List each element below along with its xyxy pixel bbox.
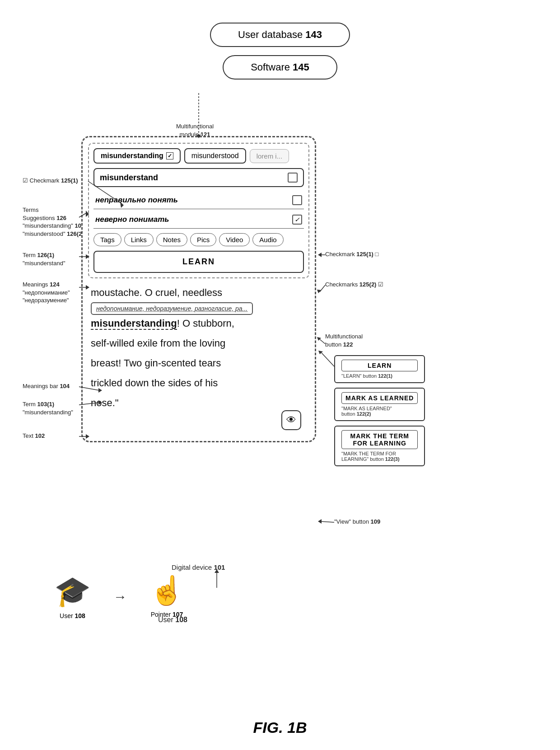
multifunctional-button-label: Multifunctionalbutton 122: [325, 333, 363, 348]
tags-row: Tags Links Notes Pics Video Audio: [93, 233, 304, 246]
body-text-line4: breast! Two gin-scented tears: [91, 353, 307, 373]
learn-right-box: LEARN "LEARN" button 122(1): [334, 355, 425, 383]
video-button[interactable]: Video: [219, 233, 250, 246]
body-text-line5: trickled down the sides of his: [91, 373, 307, 393]
text-102-label: Text 102: [23, 432, 45, 440]
pointer-figure: ☝ Pointer 107: [149, 577, 184, 618]
meanings-bar-row: недопонимание, недоразумение, разногласи…: [91, 305, 307, 313]
mark-term-box: MARK THE TERMFOR LEARNING "MARK THE TERM…: [334, 426, 425, 466]
mark-term-desc: "MARK THE TERM FORLEARNING" button 122(3…: [341, 451, 418, 462]
user-icon: 🎓: [54, 577, 91, 606]
svg-marker-25: [318, 519, 322, 524]
highlighted-term: misunderstanding: [91, 318, 177, 330]
chip-misunderstanding[interactable]: misunderstanding ✓: [93, 148, 181, 164]
module-inner: misunderstanding ✓ misunderstood lorem i…: [88, 143, 309, 278]
chip-text: misunderstanding: [101, 152, 163, 160]
meaning-row-1: неправильно понять: [93, 192, 304, 209]
learn-button[interactable]: LEARN: [93, 251, 304, 273]
view-button[interactable]: 👁: [281, 410, 301, 430]
term-checkbox[interactable]: [288, 173, 298, 183]
svg-marker-15: [317, 337, 321, 341]
chip-misunderstood[interactable]: misunderstood: [184, 148, 246, 164]
user-label: User 108: [60, 612, 85, 619]
body-text-line1: moustache. O cruel, needless: [91, 283, 307, 303]
text-content-area: moustache. O cruel, needless недопониман…: [88, 278, 309, 436]
meanings-bar: недопонимание, недоразумение, разногласи…: [91, 302, 253, 315]
svg-marker-17: [318, 351, 323, 354]
right-arrow: →: [113, 589, 127, 605]
term-126-1-label: Term 126(1)"misunderstand": [23, 251, 65, 267]
suggestions-row: misunderstanding ✓ misunderstood lorem i…: [93, 148, 304, 164]
digital-device-label: Digital device 101: [172, 563, 225, 572]
meaning-row-2: неверно понимать ✓: [93, 211, 304, 229]
checkmark-125-1-topleft: ☑ Checkmark 125(1): [23, 177, 78, 185]
term-row: misunderstand: [93, 168, 304, 187]
meaning-1-text: неправильно понять: [95, 196, 292, 205]
software-box: Software 145: [223, 55, 337, 80]
top-boxes: User database 143 Software 145: [9, 23, 551, 80]
notes-button[interactable]: Notes: [156, 233, 187, 246]
right-buttons-container: LEARN "LEARN" button 122(1) MARK AS LEAR…: [334, 355, 425, 471]
module-outer: misunderstanding ✓ misunderstood lorem i…: [81, 136, 316, 442]
mark-learned-desc: "MARK AS LEARNED"button 122(2): [341, 406, 418, 417]
meanings-bar-label: Meanings bar 104: [23, 382, 70, 390]
svg-marker-11: [318, 253, 322, 257]
chip-text: misunderstood: [191, 152, 239, 160]
meanings-124-label: Meanings 124"недопонимание""недоразумени…: [23, 281, 70, 305]
links-button[interactable]: Links: [124, 233, 154, 246]
user-database-box: User database 143: [210, 23, 350, 47]
svg-line-12: [320, 285, 325, 292]
body-text-line2: misunderstanding! O stubborn,: [91, 314, 307, 333]
term-103-label: Term 103(1)"misunderstanding": [23, 400, 73, 416]
checkmark-125-1-right: Checkmark 125(1) □: [325, 250, 378, 258]
svg-line-24: [320, 521, 334, 522]
mark-learned-label[interactable]: MARK AS LEARNED: [341, 392, 418, 404]
svg-line-16: [322, 353, 334, 366]
checkmarks-125-2-right: Checkmarks 125(2) ☑: [325, 281, 383, 289]
fig-label: FIG. 1B: [253, 719, 307, 736]
diagram-container: User database 143 Software 145 Multifunc…: [0, 0, 560, 750]
user-pointer-section: 🎓 User 108 → ☝ Pointer 107: [54, 577, 184, 619]
meaning-2-text: неверно понимать: [95, 215, 292, 224]
view-button-label: "View" button 109: [334, 518, 380, 526]
audio-button[interactable]: Audio: [252, 233, 283, 246]
svg-marker-13: [317, 290, 321, 293]
tags-button[interactable]: Tags: [93, 233, 121, 246]
user-label-bottom: User 108: [158, 615, 187, 625]
mark-learned-box: MARK AS LEARNED "MARK AS LEARNED"button …: [334, 388, 425, 421]
meaning-2-checkbox[interactable]: ✓: [292, 215, 302, 225]
learn-right-label[interactable]: LEARN: [341, 360, 418, 371]
term-text: misunderstand: [100, 173, 288, 183]
svg-line-14: [320, 339, 325, 344]
user-figure: 🎓 User 108: [54, 577, 91, 619]
body-text-line6: nose.": [91, 393, 307, 413]
pointer-icon: ☝: [149, 577, 184, 605]
mark-term-label[interactable]: MARK THE TERMFOR LEARNING: [341, 430, 418, 449]
learn-right-desc: "LEARN" button 122(1): [341, 373, 418, 379]
body-text-line3: self-willed exile from the loving: [91, 333, 307, 353]
meaning-1-checkbox[interactable]: [292, 195, 302, 205]
chip-checkmark[interactable]: ✓: [166, 152, 173, 159]
pics-button[interactable]: Pics: [190, 233, 216, 246]
chip-lorem: lorem i...: [250, 149, 289, 163]
